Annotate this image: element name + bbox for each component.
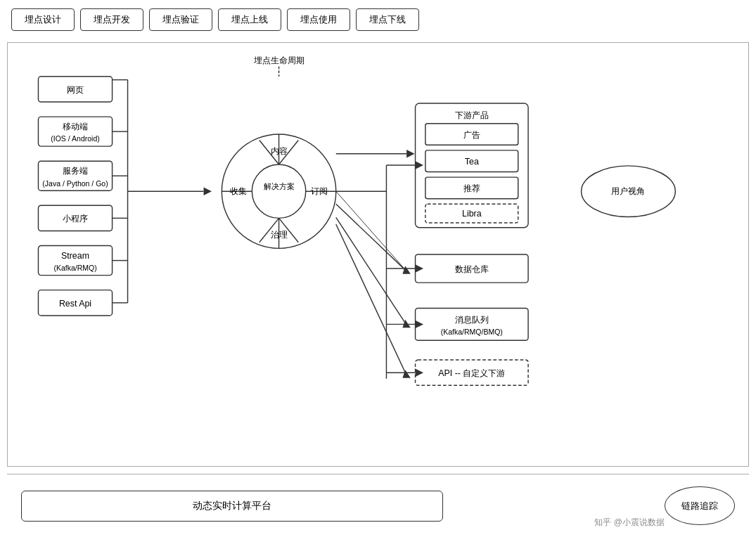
svg-text:解决方案: 解决方案	[264, 182, 295, 190]
pipeline-step: 埋点下线	[356, 8, 419, 31]
svg-text:治理: 治理	[271, 230, 288, 240]
svg-rect-54	[425, 150, 518, 172]
svg-text:广告: 广告	[463, 130, 480, 140]
svg-marker-47	[402, 320, 410, 328]
svg-text:(Java / Python / Go): (Java / Python / Go)	[42, 179, 108, 188]
svg-rect-8	[38, 205, 112, 231]
svg-rect-5	[38, 161, 112, 190]
svg-text:移动端: 移动端	[63, 122, 88, 131]
chain-ellipse: 链路追踪	[665, 486, 735, 525]
svg-text:服务端: 服务端	[63, 166, 88, 176]
svg-rect-60	[416, 254, 529, 283]
svg-line-27	[260, 141, 279, 164]
dynamic-label: 动态实时计算平台	[193, 500, 271, 511]
pipeline-step: 埋点上线	[218, 8, 281, 31]
svg-marker-74	[416, 321, 423, 328]
svg-text:埋点生命周期: 埋点生命周期	[253, 56, 305, 65]
svg-text:收集: 收集	[230, 186, 247, 196]
svg-rect-50	[416, 103, 529, 228]
svg-line-30	[279, 218, 299, 242]
svg-text:(IOS / Android): (IOS / Android)	[51, 134, 99, 143]
svg-rect-52	[425, 124, 518, 145]
svg-rect-10	[38, 246, 112, 276]
svg-rect-56	[425, 177, 518, 199]
svg-line-48	[336, 224, 406, 375]
svg-text:(Kafka/RMQ/BMQ): (Kafka/RMQ/BMQ)	[441, 328, 503, 336]
svg-text:订阅: 订阅	[311, 186, 328, 196]
svg-text:推荐: 推荐	[463, 183, 480, 193]
svg-marker-45	[402, 266, 410, 273]
main-container: 网页 移动端 (IOS / Android) 服务端 (Java / Pytho…	[0, 0, 756, 537]
svg-marker-23	[204, 187, 212, 195]
pipeline-step: 埋点设计	[11, 8, 75, 31]
svg-point-25	[252, 164, 305, 218]
chain-label: 链路追踪	[681, 500, 718, 512]
svg-rect-2	[38, 117, 112, 146]
svg-text:Stream: Stream	[61, 251, 89, 261]
dynamic-platform-box: 动态实时计算平台	[21, 491, 443, 522]
svg-line-28	[279, 141, 299, 164]
pipeline-step: 埋点开发	[80, 8, 143, 31]
watermark: 知乎 @小震说数据	[594, 517, 665, 529]
svg-text:Tea: Tea	[465, 157, 479, 167]
svg-point-24	[222, 134, 335, 248]
svg-text:Rest Api: Rest Api	[59, 299, 91, 309]
diagram-area: 网页 移动端 (IOS / Android) 服务端 (Java / Pytho…	[7, 42, 749, 467]
pipeline-container: 埋点设计埋点开发埋点验证埋点上线埋点使用埋点下线	[11, 8, 745, 31]
svg-text:网页: 网页	[67, 85, 84, 95]
svg-marker-78	[416, 161, 423, 169]
svg-rect-13	[38, 290, 112, 316]
svg-text:用户视角: 用户视角	[611, 186, 645, 196]
svg-rect-0	[38, 77, 112, 102]
svg-rect-58	[425, 204, 518, 223]
svg-line-44	[336, 204, 406, 271]
svg-text:下游产品: 下游产品	[455, 110, 489, 120]
svg-text:(Kafka/RMQ): (Kafka/RMQ)	[53, 264, 96, 272]
svg-rect-62	[416, 308, 529, 340]
svg-point-67	[582, 166, 676, 217]
pipeline-step: 埋点使用	[287, 8, 350, 31]
svg-text:数据仓库: 数据仓库	[455, 264, 489, 274]
svg-line-43	[336, 191, 406, 271]
pipeline-step: 埋点验证	[149, 8, 212, 31]
svg-marker-49	[402, 370, 410, 377]
svg-marker-72	[416, 264, 423, 272]
svg-line-46	[336, 217, 406, 325]
svg-marker-76	[416, 368, 423, 376]
svg-text:API -- 自定义下游: API -- 自定义下游	[438, 368, 505, 378]
svg-text:小程序: 小程序	[63, 214, 88, 224]
svg-marker-42	[406, 150, 414, 157]
svg-line-29	[260, 218, 279, 242]
svg-text:内容: 内容	[271, 146, 288, 156]
svg-rect-65	[416, 360, 529, 385]
svg-text:Libra: Libra	[462, 209, 482, 219]
svg-text:消息队列: 消息队列	[455, 315, 489, 325]
